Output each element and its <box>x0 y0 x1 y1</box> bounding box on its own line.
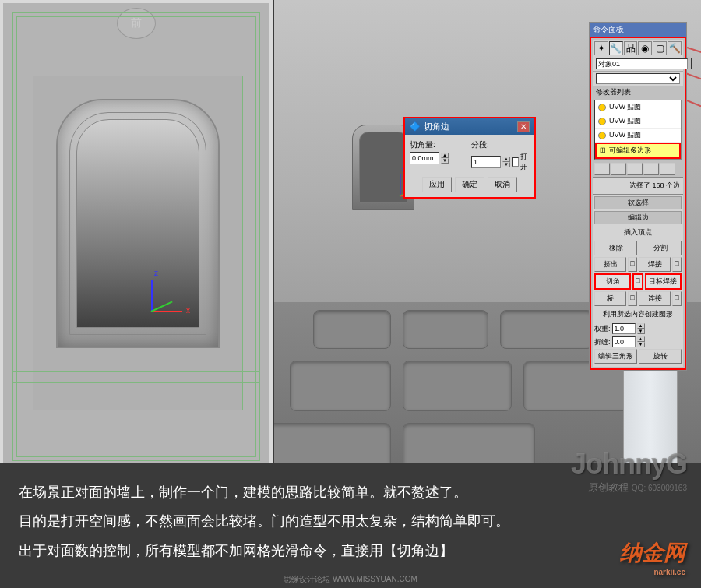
dialog-icon: 🔷 <box>410 121 421 132</box>
show-end-result-button[interactable] <box>611 163 626 175</box>
weight-label: 权重: <box>594 322 611 334</box>
footer-credit: 思缘设计论坛 WWW.MISSYUAN.COM <box>284 574 417 585</box>
modifier-item[interactable]: UVW 贴图 <box>595 114 681 129</box>
target-weld-button[interactable]: 目标焊接 <box>645 273 682 290</box>
bulb-icon[interactable] <box>598 104 606 111</box>
configure-sets-button[interactable] <box>660 163 675 175</box>
open-label: 打开 <box>520 152 530 172</box>
soft-select-rollout[interactable]: 软选择 <box>594 196 682 209</box>
modifier-item-editable-poly[interactable]: 田可编辑多边形 <box>595 143 681 159</box>
remove-button[interactable]: 移除 <box>594 241 637 255</box>
modifier-item[interactable]: UVW 贴图 <box>595 100 681 114</box>
extrude-button[interactable]: 挤出 <box>594 257 626 272</box>
wireframe-viewport[interactable]: 前 <box>0 0 273 474</box>
command-panel: 命令面板 ✦ 🔧 品 ◉ ▢ 🔨 修改器列表 UVW 贴图 UVW 贴图 UVW… <box>589 22 687 371</box>
author-watermark: JohnnyG 原创教程 QQ: 603009163 <box>571 448 687 495</box>
spinner-up[interactable]: ▲ <box>441 153 449 158</box>
modifier-list-label: 修改器列表 <box>593 86 683 98</box>
ok-button[interactable]: 确定 <box>455 177 484 192</box>
edit-tri-button[interactable]: 编辑三角形 <box>594 349 637 364</box>
transform-gizmo[interactable] <box>128 287 174 334</box>
hierarchy-tab[interactable]: 品 <box>624 41 638 55</box>
create-tab[interactable]: ✦ <box>594 41 608 55</box>
panel-category-tabs: ✦ 🔧 品 ◉ ▢ 🔨 <box>593 40 683 57</box>
connect-settings-button[interactable]: □ <box>672 291 682 306</box>
bridge-settings-button[interactable]: □ <box>628 291 637 306</box>
object-color-swatch[interactable] <box>691 58 692 69</box>
chamfer-amount-input[interactable] <box>410 152 439 164</box>
utilities-tab[interactable]: 🔨 <box>668 41 682 55</box>
turn-button[interactable]: 旋转 <box>639 349 682 364</box>
caption-line-3: 出于对面数的控制，所有模型都不加网格光滑命令，直接用【切角边】 <box>19 537 682 566</box>
display-tab[interactable]: ▢ <box>653 41 667 55</box>
dialog-title: 切角边 <box>424 121 449 132</box>
create-shape-label: 利用所选内容创建图形 <box>594 308 682 321</box>
dialog-titlebar[interactable]: 🔷切角边 ✕ <box>405 118 534 135</box>
spinner-down[interactable]: ▼ <box>637 342 645 347</box>
weld-settings-button[interactable]: □ <box>672 257 682 272</box>
apply-button[interactable]: 应用 <box>422 177 452 192</box>
spinner-down[interactable]: ▼ <box>502 162 510 167</box>
modifier-list-dropdown[interactable] <box>596 73 680 84</box>
weight-input[interactable] <box>612 323 636 334</box>
modifier-stack[interactable]: UVW 贴图 UVW 贴图 UVW 贴图 田可编辑多边形 <box>594 100 682 160</box>
spinner-up[interactable]: ▲ <box>502 157 510 162</box>
object-name-input[interactable] <box>596 58 688 69</box>
caption-line-2: 目的是打开空间感，不然画面会比较堵。门的造型不用太复杂，结构简单即可。 <box>19 507 682 537</box>
open-checkbox[interactable] <box>512 157 519 167</box>
bulb-icon[interactable] <box>598 132 606 139</box>
author-name: JohnnyG <box>571 448 687 481</box>
close-button[interactable]: ✕ <box>517 121 530 132</box>
site-watermark: 纳金网 narkii.cc <box>620 538 685 576</box>
selection-info: 选择了 168 个边 <box>594 179 682 192</box>
connect-button[interactable]: 连接 <box>639 291 671 306</box>
modifier-item[interactable]: UVW 贴图 <box>595 129 681 143</box>
spinner-down[interactable]: ▼ <box>441 158 449 164</box>
wireframe-bounds <box>12 12 260 461</box>
cancel-button[interactable]: 取消 <box>488 177 517 192</box>
chamfer-settings-button[interactable]: □ <box>632 273 643 290</box>
crease-input[interactable] <box>612 336 636 347</box>
crease-label: 折缝: <box>594 336 611 347</box>
extrude-settings-button[interactable]: □ <box>628 257 637 272</box>
chamfer-dialog: 🔷切角边 ✕ 切角量: ▲▼ 分段: ▲▼ 打开 <box>403 117 536 199</box>
chamfer-amount-label: 切角量: <box>410 139 465 150</box>
make-unique-button[interactable] <box>627 163 643 175</box>
motion-tab[interactable]: ◉ <box>638 41 652 55</box>
weld-button[interactable]: 焊接 <box>639 257 671 272</box>
chamfer-button[interactable]: 切角 <box>594 273 631 290</box>
insert-vertex-label: 插入顶点 <box>594 226 682 239</box>
segments-label: 分段: <box>471 139 530 150</box>
modify-tab[interactable]: 🔧 <box>609 41 623 55</box>
panel-title: 命令面板 <box>590 23 686 37</box>
split-button[interactable]: 分割 <box>639 241 682 255</box>
bridge-button[interactable]: 桥 <box>594 291 626 306</box>
pin-stack-button[interactable] <box>594 163 610 175</box>
spinner-up[interactable]: ▲ <box>637 323 645 329</box>
bulb-icon[interactable] <box>598 118 606 125</box>
spinner-down[interactable]: ▼ <box>637 329 645 334</box>
edit-edges-rollout[interactable]: 编辑边 <box>594 211 682 224</box>
spinner-up[interactable]: ▲ <box>637 336 645 342</box>
segments-input[interactable] <box>471 156 501 168</box>
remove-modifier-button[interactable] <box>643 163 659 175</box>
